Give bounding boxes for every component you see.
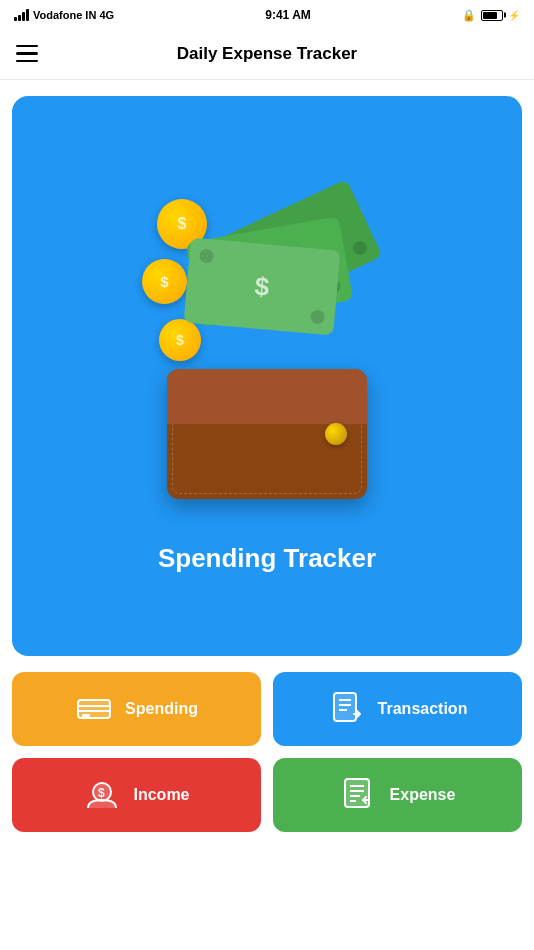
svg-rect-4 <box>334 693 356 721</box>
wallet-flap <box>167 369 367 424</box>
wallet-clasp <box>325 423 347 445</box>
spending-button[interactable]: Spending <box>12 672 261 746</box>
charge-icon: ⚡ <box>508 10 520 21</box>
svg-text:$: $ <box>98 786 105 800</box>
app-header: Daily Expense Tracker <box>0 28 534 80</box>
income-icon: $ <box>83 776 121 814</box>
hero-label: Spending Tracker <box>158 543 376 574</box>
spending-icon <box>75 690 113 728</box>
carrier-info: Vodafone IN 4G <box>14 9 114 21</box>
wallet-body <box>167 369 367 499</box>
coin-2: $ <box>142 259 187 304</box>
hero-banner: $ $ $ $ ¥ $ Spending Tracker <box>12 96 522 656</box>
hamburger-menu[interactable] <box>16 45 38 63</box>
status-bar: Vodafone IN 4G 9:41 AM 🔒 ⚡ <box>0 0 534 28</box>
battery-icon <box>481 10 503 21</box>
status-icons: 🔒 ⚡ <box>462 9 520 22</box>
expense-button[interactable]: Expense <box>273 758 522 832</box>
income-label: Income <box>133 786 189 804</box>
transaction-button[interactable]: Transaction <box>273 672 522 746</box>
expense-label: Expense <box>390 786 456 804</box>
svg-rect-3 <box>82 714 90 717</box>
transaction-label: Transaction <box>378 700 468 718</box>
expense-icon <box>340 776 378 814</box>
signal-icon <box>14 9 29 21</box>
bill-3: $ <box>184 237 341 335</box>
page-title: Daily Expense Tracker <box>38 44 496 64</box>
lock-icon: 🔒 <box>462 9 476 22</box>
carrier-text: Vodafone IN 4G <box>33 9 114 21</box>
spending-label: Spending <box>125 700 198 718</box>
action-buttons-grid: Spending Transaction $ Income <box>0 672 534 832</box>
transaction-icon <box>328 690 366 728</box>
time-display: 9:41 AM <box>265 8 311 22</box>
income-button[interactable]: $ Income <box>12 758 261 832</box>
coin-3: $ <box>159 319 201 361</box>
wallet-illustration: $ $ $ $ ¥ $ <box>137 179 397 519</box>
